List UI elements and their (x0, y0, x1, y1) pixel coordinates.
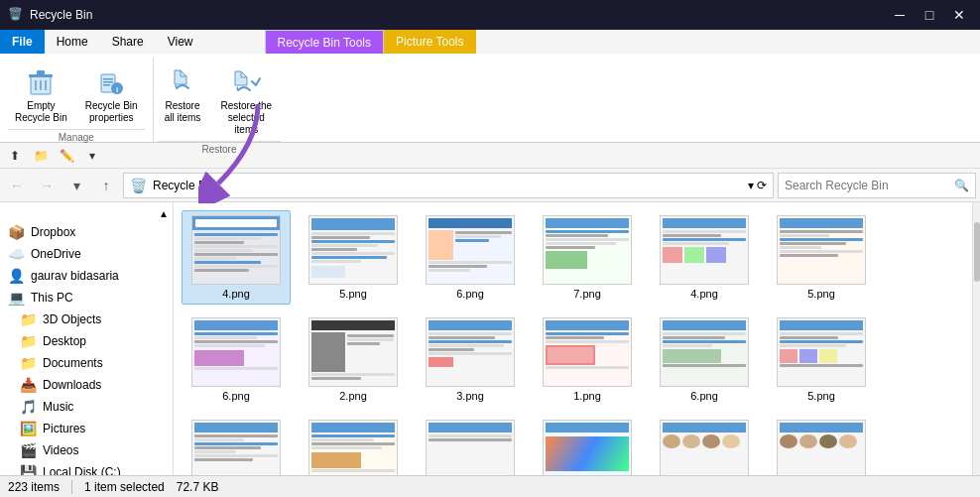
ribbon-group-restore-label: Restore (158, 141, 282, 155)
nav-bar: ← → ▾ ↑ 🗑️ Recycle Bin ▾ ⟳ 🔍 (0, 169, 980, 202)
tab-picture-tools[interactable]: Picture Tools (384, 30, 475, 54)
onedrive-icon: ☁️ (8, 246, 25, 262)
sidebar-item-gaurav[interactable]: 👤 gaurav bidasaria (0, 265, 173, 287)
title-bar: 🗑️ Recycle Bin ─ □ ✕ (0, 0, 980, 30)
file-item[interactable]: 1.png (533, 312, 642, 407)
file-item[interactable]: 5.png (767, 210, 876, 305)
file-item[interactable]: 6.png (182, 312, 291, 407)
recycle-bin-properties-button[interactable]: i Recycle Bin properties (78, 62, 145, 129)
file-item[interactable]: 6.png (416, 210, 525, 305)
qa-up-button[interactable]: ⬆ (4, 145, 26, 167)
minimize-button[interactable]: ─ (887, 5, 913, 25)
sidebar-scroll-up[interactable]: ▲ (159, 208, 169, 219)
file-item[interactable]: 4.png (182, 210, 291, 305)
ribbon-group-manage: Empty Recycle Bin i Recycle Bin properti… (4, 58, 154, 142)
recycle-bin-properties-icon: i (95, 66, 127, 98)
tab-share[interactable]: Share (100, 30, 156, 54)
music-icon: 🎵 (20, 399, 37, 415)
documents-icon: 📁 (20, 355, 37, 371)
scrollbar-thumb[interactable] (974, 222, 980, 282)
file-name: 3.png (456, 390, 484, 402)
restore-all-items-button[interactable]: Restore all items (158, 62, 208, 129)
search-input[interactable] (785, 179, 954, 192)
selected-info: 1 item selected (84, 480, 165, 494)
file-item[interactable]: 6.png (650, 415, 759, 475)
svg-text:i: i (116, 85, 118, 94)
sidebar-item-dropbox[interactable]: 📦 Dropbox (0, 221, 173, 243)
sidebar-item-desktop[interactable]: 📁 Desktop (0, 330, 173, 352)
file-item[interactable]: 7.png (767, 415, 876, 475)
file-item[interactable]: 6.png (650, 312, 759, 407)
file-thumbnail (660, 215, 749, 285)
sidebar-item-label: OneDrive (31, 247, 81, 261)
tab-recycle-bin-tools[interactable]: Recycle Bin Tools (265, 30, 385, 54)
file-name: 5.png (807, 390, 835, 402)
file-item[interactable]: 2.png (299, 312, 408, 407)
down-button[interactable]: ▾ (63, 173, 89, 198)
qa-edit-button[interactable]: ✏️ (56, 145, 77, 167)
localdisk-icon: 💾 (20, 464, 37, 475)
restore-selected-items-button[interactable]: Restore the selected items (211, 62, 281, 141)
svg-marker-13 (236, 86, 238, 90)
file-thumbnail (543, 215, 632, 285)
sidebar-item-label: 3D Objects (43, 312, 101, 326)
file-item[interactable]: 3.png (416, 312, 525, 407)
back-button[interactable]: ← (4, 173, 30, 198)
file-item[interactable]: 3.png (299, 415, 408, 475)
ribbon-tabs: File Home Share View Recycle Bin Tools P… (0, 30, 980, 54)
sidebar-item-videos[interactable]: 🎬 Videos (0, 439, 173, 461)
file-item[interactable]: 4.png (650, 210, 759, 305)
vertical-scrollbar[interactable] (972, 202, 980, 475)
qa-dropdown-button[interactable]: ▾ (81, 145, 103, 167)
file-thumbnail (660, 420, 749, 475)
maximize-button[interactable]: □ (917, 5, 942, 25)
sidebar-item-downloads[interactable]: 📥 Downloads (0, 374, 173, 396)
forward-button[interactable]: → (34, 173, 60, 198)
sidebar-item-onedrive[interactable]: ☁️ OneDrive (0, 243, 173, 265)
file-thumbnail (543, 317, 632, 387)
up-button[interactable]: ↑ (93, 173, 119, 198)
close-button[interactable]: ✕ (946, 5, 972, 25)
file-grid-container[interactable]: 4.png 5 (174, 202, 972, 475)
empty-recycle-bin-button[interactable]: Empty Recycle Bin (8, 62, 74, 129)
empty-recycle-bin-icon (25, 66, 57, 98)
empty-recycle-bin-label: Empty Recycle Bin (15, 100, 67, 124)
address-bar[interactable]: 🗑️ Recycle Bin ▾ ⟳ (123, 173, 774, 198)
tab-view[interactable]: View (156, 30, 205, 54)
sidebar-item-pictures[interactable]: 🖼️ Pictures (0, 418, 173, 439)
sidebar-item-localdisk[interactable]: 💾 Local Disk (C:) (0, 461, 173, 475)
sidebar: ▲ 📦 Dropbox ☁️ OneDrive 👤 gaurav bidasar… (0, 202, 174, 475)
sidebar-item-thispc[interactable]: 💻 This PC (0, 287, 173, 309)
sidebar-item-documents[interactable]: 📁 Documents (0, 352, 173, 374)
status-divider (71, 480, 72, 494)
recycle-bin-properties-label: Recycle Bin properties (85, 100, 138, 124)
title-bar-text: Recycle Bin (30, 8, 887, 22)
address-dropdown[interactable]: ▾ ⟳ (748, 179, 767, 192)
restore-selected-items-label: Restore the selected items (218, 100, 274, 136)
search-bar[interactable]: 🔍 (778, 173, 976, 198)
sidebar-item-3dobjects[interactable]: 📁 3D Objects (0, 309, 173, 330)
file-item[interactable]: 4.png (416, 415, 525, 475)
sidebar-item-music[interactable]: 🎵 Music (0, 396, 173, 418)
qa-folder-button[interactable]: 📁 (30, 145, 52, 167)
tab-file[interactable]: File (0, 30, 45, 54)
tab-home[interactable]: Home (45, 30, 100, 54)
file-thumbnail (191, 215, 281, 285)
file-thumbnail (543, 420, 632, 475)
address-breadcrumb: 🗑️ Recycle Bin (130, 178, 215, 193)
file-item[interactable]: 5.png (533, 415, 642, 475)
svg-rect-9 (103, 84, 110, 86)
item-count: 223 items (8, 480, 60, 494)
file-name: 2.png (339, 390, 367, 402)
restore-all-items-icon (167, 66, 198, 98)
file-item[interactable]: 5.png (299, 210, 408, 305)
search-icon[interactable]: 🔍 (954, 179, 969, 192)
title-bar-icon: 🗑️ (8, 7, 24, 23)
svg-marker-12 (175, 84, 177, 88)
dropbox-icon: 📦 (8, 224, 25, 240)
file-item[interactable]: 5.png (767, 312, 876, 407)
file-item[interactable]: 7.png (533, 210, 642, 305)
file-thumbnail (426, 317, 515, 387)
file-thumbnail (660, 317, 749, 387)
file-item[interactable]: 2.png (182, 415, 291, 475)
